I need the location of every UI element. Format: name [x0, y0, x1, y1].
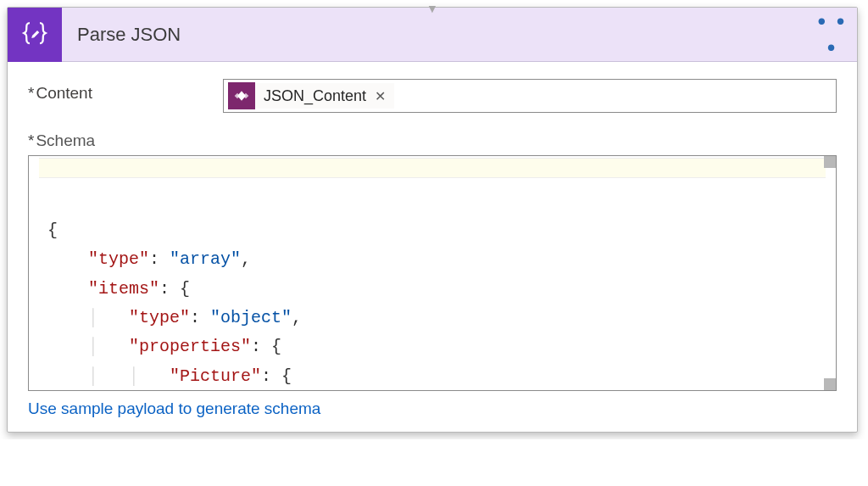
chip-label: JSON_Content — [264, 87, 366, 105]
remove-chip-button[interactable]: ✕ — [375, 88, 386, 104]
card-title: Parse JSON — [62, 24, 813, 46]
vertical-scrollbar[interactable] — [824, 156, 836, 390]
schema-row: *Schema { "type": "array", "items": { │ … — [28, 131, 837, 418]
schema-label: *Schema — [28, 131, 837, 150]
more-menu-button[interactable]: • • • — [813, 8, 857, 61]
ellipsis-icon: • • • — [818, 8, 847, 60]
sample-payload-link[interactable]: Use sample payload to generate schema — [28, 399, 320, 418]
scrollbar-marker-top — [824, 156, 836, 168]
card-header[interactable]: Parse JSON • • • — [8, 8, 857, 62]
content-row: *Content JSON_Content ✕ — [28, 79, 837, 113]
schema-editor[interactable]: { "type": "array", "items": { │ "type": … — [28, 155, 837, 391]
action-icon-tile — [8, 8, 62, 62]
scrollbar-marker-bottom — [824, 378, 836, 390]
braces-pencil-icon — [19, 18, 50, 52]
card-body: *Content JSON_Content ✕ *Schema — [8, 62, 857, 432]
dynamic-content-chip[interactable]: JSON_Content ✕ — [227, 82, 395, 109]
incoming-connector-icon: ▼ — [426, 3, 438, 14]
schema-code-text[interactable]: { "type": "array", "items": { │ "type": … — [47, 216, 817, 391]
content-input[interactable]: JSON_Content ✕ — [223, 79, 837, 113]
powerapps-icon — [228, 82, 255, 109]
content-label: *Content — [28, 79, 223, 103]
parse-json-card: ▼ Parse JSON • • • *Content — [7, 7, 858, 433]
